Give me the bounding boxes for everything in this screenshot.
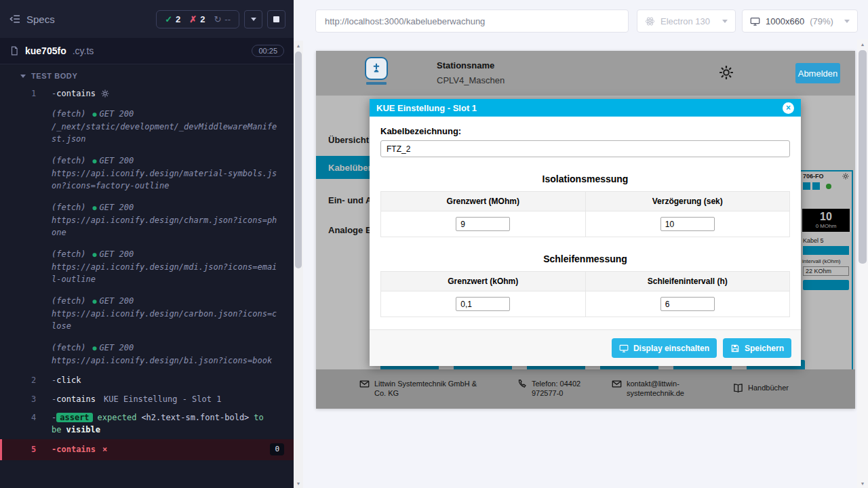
col-schleifenintervall: Schleifenintervall (h) xyxy=(585,272,790,291)
specs-list-icon xyxy=(9,14,20,24)
fetch-log[interactable]: (fetch)●GET 200 https://api.iconify.desi… xyxy=(0,290,294,337)
url-input[interactable] xyxy=(315,9,629,33)
station-label: Stationsname xyxy=(437,60,494,70)
status-dot-icon: ● xyxy=(93,204,97,211)
logo-wordmark xyxy=(366,82,387,85)
viewport-zoom: (79%) xyxy=(810,16,833,26)
status-dot-icon: ● xyxy=(93,251,97,258)
fetch-url: https://api.iconify.design/material-symb… xyxy=(52,167,281,192)
littwin-logo xyxy=(365,57,388,80)
modal-title: KUE Einstellung - Slot 1 xyxy=(376,103,477,113)
electron-icon xyxy=(645,16,655,26)
footer-company: Littwin Systemtechnik GmbH & Co. KG xyxy=(359,379,484,399)
stop-icon xyxy=(273,16,279,22)
spec-header[interactable]: kue705fo .cy.ts 00:25 xyxy=(0,38,294,64)
cypress-reporter-panel: Specs ✓2 ✗2 ↻-- kue705fo .cy.ts 00:25 TE… xyxy=(0,0,294,488)
check-icon: ✓ xyxy=(165,14,172,24)
command-number: 1 xyxy=(31,88,36,100)
schleifen-section-title: Schleifenmessung xyxy=(380,253,790,264)
fetch-log[interactable]: (fetch)●GET 200 /_next/static/developmen… xyxy=(0,103,294,150)
browser-label: Electron 130 xyxy=(660,16,710,26)
logo-mark-icon xyxy=(369,61,384,76)
footer-phone: Telefon: 04402 972577-0 xyxy=(517,379,597,399)
gear-icon xyxy=(101,89,109,98)
display-on-button[interactable]: Display einschalten xyxy=(612,338,717,358)
cross-icon: ✗ xyxy=(189,14,197,24)
monitor-icon xyxy=(619,344,629,353)
fetch-url: /_next/static/development/_devMiddleware… xyxy=(52,121,281,145)
spec-timer: 00:25 xyxy=(252,45,284,57)
spec-name: kue705fo xyxy=(25,45,66,56)
chevron-down-icon xyxy=(844,20,850,23)
close-icon[interactable]: × xyxy=(783,102,794,114)
scroll-up-icon[interactable]: ▲ xyxy=(294,41,303,50)
command-row-contains-failed[interactable]: 5-contains× 0 xyxy=(0,439,294,460)
aut-scrollbar[interactable]: ▲ ▼ xyxy=(857,39,868,488)
mail-icon xyxy=(612,379,622,389)
phone-icon xyxy=(517,379,527,389)
browser-select[interactable]: Electron 130 xyxy=(637,9,736,33)
collapse-dropdown-button[interactable] xyxy=(244,10,262,28)
schleifenintervall-input[interactable] xyxy=(660,297,715,311)
scrollbar-thumb[interactable] xyxy=(295,52,302,268)
footer-manuals-link[interactable]: Handbücher xyxy=(733,383,789,393)
fail-x-icon: × xyxy=(102,445,107,454)
viewport-icon xyxy=(750,16,760,26)
screen: Specs ✓2 ✗2 ↻-- kue705fo .cy.ts 00:25 TE… xyxy=(0,0,868,488)
fetch-url: https://api.iconify.design/mdi.json?icon… xyxy=(52,261,281,285)
col-grenzwert-kohm: Grenzwert (kOhm) xyxy=(381,272,586,291)
specs-menu[interactable]: Specs xyxy=(9,14,55,25)
command-row-assert[interactable]: 4-assertexpected<h2.text-sm.font-bold>to… xyxy=(0,409,294,439)
status-dot-icon: ● xyxy=(93,298,97,305)
col-verzoegerung: Verzögerung (sek) xyxy=(585,192,790,211)
fetch-log[interactable]: (fetch)●GET 200 https://api.iconify.desi… xyxy=(0,337,294,371)
book-icon xyxy=(733,383,743,393)
command-row-click[interactable]: 2-click xyxy=(0,371,294,390)
address-bar xyxy=(315,9,629,33)
command-row-contains-1[interactable]: 1-contains xyxy=(0,85,294,103)
footer-email: kontakt@littwin-systemtechnik.de xyxy=(612,379,703,399)
cable-name-label: Kabelbezeichnung: xyxy=(380,126,790,136)
grenzwert-kohm-input[interactable] xyxy=(456,297,510,311)
viewport-select[interactable]: 1000x660 (79%) xyxy=(742,9,858,33)
scroll-down-icon[interactable]: ▼ xyxy=(294,479,303,488)
kue-settings-modal: KUE Einstellung - Slot 1 × Kabelbezeichn… xyxy=(370,99,801,366)
floppy-save-icon xyxy=(730,344,740,353)
grenzwert-mohm-input[interactable] xyxy=(456,217,510,231)
reporter-scrollbar[interactable]: ▲ ▼ xyxy=(294,41,303,488)
stop-run-button[interactable] xyxy=(267,10,285,28)
app-under-test: Stationsname CPLV4_Maschen Abmelden Über… xyxy=(316,51,855,409)
fetch-url: https://api.iconify.design/bi.json?icons… xyxy=(52,354,281,367)
cable-name-input[interactable] xyxy=(380,140,790,157)
settings-gear-icon[interactable] xyxy=(719,65,734,80)
section-label: TEST BODY xyxy=(31,72,77,80)
station-name: CPLV4_Maschen xyxy=(437,75,505,85)
spec-extension: .cy.ts xyxy=(73,45,94,56)
test-body-toggle[interactable]: TEST BODY xyxy=(0,64,294,85)
scroll-down-icon[interactable]: ▼ xyxy=(857,479,868,488)
command-argument: KUE Einstellung - Slot 1 xyxy=(104,394,221,404)
reporter-header: Specs ✓2 ✗2 ↻-- xyxy=(0,0,294,38)
specs-label: Specs xyxy=(26,14,55,25)
scrollbar-thumb[interactable] xyxy=(859,50,867,264)
test-stats: ✓2 ✗2 ↻-- xyxy=(156,10,239,28)
status-dot-icon: ● xyxy=(93,110,97,118)
schleifen-table: Grenzwert (kOhm) Schleifenintervall (h) xyxy=(380,271,790,317)
verzoegerung-input[interactable] xyxy=(660,217,715,231)
fetch-log[interactable]: (fetch)●GET 200 https://api.iconify.desi… xyxy=(0,197,294,243)
save-button[interactable]: Speichern xyxy=(723,338,791,358)
fetch-log[interactable]: (fetch)●GET 200 https://api.iconify.desi… xyxy=(0,150,294,197)
modal-footer: Display einschalten Speichern xyxy=(370,329,801,366)
assert-badge: assert xyxy=(56,413,92,422)
modal-header: KUE Einstellung - Slot 1 × xyxy=(370,99,801,117)
command-row-contains-2[interactable]: 3-containsKUE Einstellung - Slot 1 xyxy=(0,390,294,409)
fetch-url: https://api.iconify.design/charm.json?ic… xyxy=(52,214,281,239)
spec-file-icon xyxy=(9,46,19,56)
refresh-icon: ↻ xyxy=(214,14,221,24)
fetch-log[interactable]: (fetch)●GET 200 https://api.iconify.desi… xyxy=(0,243,294,290)
logout-button[interactable]: Abmelden xyxy=(795,63,840,83)
scroll-up-icon[interactable]: ▲ xyxy=(857,39,868,49)
match-count-badge: 0 xyxy=(270,443,284,455)
chevron-down-icon xyxy=(251,18,256,21)
isolation-table: Grenzwert (MOhm) Verzögerung (sek) xyxy=(380,191,790,237)
